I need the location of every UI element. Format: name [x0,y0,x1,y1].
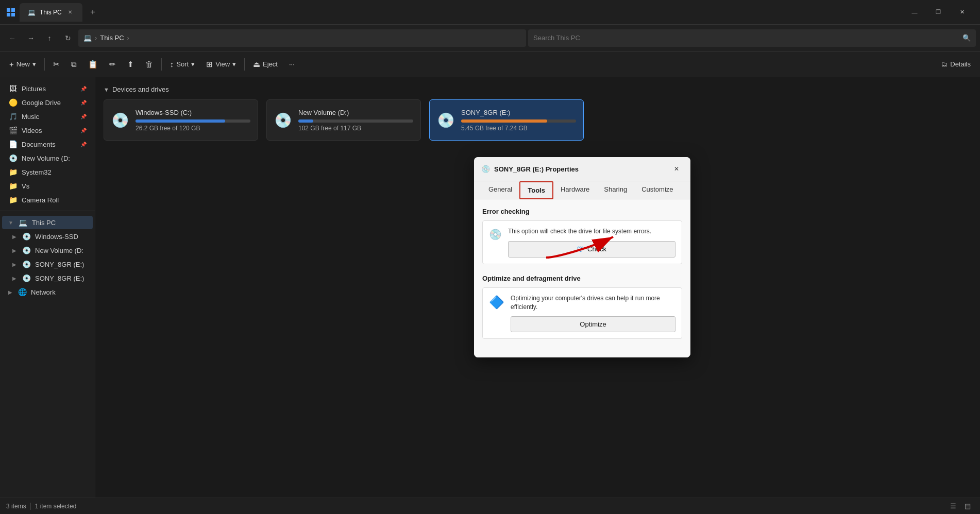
refresh-button[interactable]: ↻ [60,30,76,46]
sidebar-item-camera-roll[interactable]: 📁 Camera Roll [2,193,93,207]
tab-this-pc[interactable]: 💻 This PC ✕ [20,3,82,22]
search-icon: 🔍 [962,34,971,42]
view-icon: ⊞ [206,60,213,69]
main-layout: 🖼 Pictures 📌 🟡 Google Drive 📌 🎵 Music 📌 … [0,77,980,498]
minimize-button[interactable]: — [903,4,926,21]
sidebar-item-pictures-label: Pictures [22,85,46,93]
drive-icon-e: 💿 [437,112,455,129]
new-button[interactable]: + New ▾ [4,55,41,74]
up-button[interactable]: ↑ [41,30,58,46]
sort-button[interactable]: ↕ Sort ▾ [165,55,200,74]
sidebar-item-sony-8gr-e2[interactable]: ▶ 💿 SONY_8GR (E:) [2,271,93,285]
new-tab-button[interactable]: ＋ [85,4,101,21]
tab-label: This PC [40,9,62,16]
paste-icon: 📋 [88,60,98,69]
windows-ssd-icon: 💿 [22,232,31,241]
sidebar-item-music[interactable]: 🎵 Music 📌 [2,110,93,123]
this-pc-icon: 💻 [19,218,28,227]
devices-section-header: ▼ Devices and drives [104,85,972,93]
view-chevron: ▾ [232,60,236,68]
svg-rect-2 [7,13,10,16]
drive-info-e: SONY_8GR (E:) 5.45 GB free of 7.24 GB [461,109,576,132]
sidebar-item-documents[interactable]: 📄 Documents 📌 [2,138,93,151]
sidebar-item-this-pc[interactable]: ▼ 💻 This PC [2,216,93,229]
breadcrumb[interactable]: 💻 › This PC › [78,29,526,47]
drive-card-c[interactable]: 💿 Windows-SSD (C:) 26.2 GB free of 120 G… [104,99,258,141]
search-input[interactable] [533,34,959,42]
windows-ssd-expand-icon: ▶ [12,234,16,239]
sidebar-item-new-volume-label: New Volume (D: [22,155,70,162]
search-box[interactable]: 🔍 [528,29,976,47]
share-button[interactable]: ⬆ [122,55,139,74]
svg-rect-0 [7,8,10,12]
status-bar: 3 items 1 item selected ☰ ▤ [0,498,980,514]
app-icon [6,8,15,17]
sony-8gr-e1-icon: 💿 [22,260,31,268]
eject-button[interactable]: ⏏ Eject [248,55,283,74]
details-label: Details [950,60,971,68]
sort-icon: ↕ [170,60,174,68]
tab-strip: 💻 This PC ✕ ＋ [20,3,101,22]
breadcrumb-pc-label: This PC [100,34,124,42]
delete-button[interactable]: 🗑 [140,55,158,74]
sidebar-item-camera-roll-label: Camera Roll [22,196,59,204]
sidebar-item-google-drive[interactable]: 🟡 Google Drive 📌 [2,96,93,109]
drive-bar-fill-c [136,119,225,123]
status-count: 3 items [6,503,26,510]
new-volume-d-icon: 💿 [22,246,31,254]
details-button[interactable]: 🗂 Details [936,58,976,71]
title-bar: 💻 This PC ✕ ＋ — ❐ ✕ [0,0,980,25]
cut-button[interactable]: ✂ [48,55,65,74]
content-area: ▼ Devices and drives 💿 Windows-SSD (C:) … [95,77,980,498]
toolbar: + New ▾ ✂ ⧉ 📋 ✏ ⬆ 🗑 ↕ Sort ▾ ⊞ View ▾ ⏏ … [0,52,980,77]
sony-8gr-e2-icon: 💿 [22,274,31,282]
paste-button[interactable]: 📋 [83,55,103,74]
sidebar-item-new-volume-d-label: New Volume (D: [35,247,83,254]
network-icon: 🌐 [18,288,27,296]
view-button[interactable]: ⊞ View ▾ [201,55,241,74]
breadcrumb-sep1: › [95,34,97,42]
devices-collapse-icon[interactable]: ▼ [104,87,109,93]
music-pin: 📌 [80,114,87,119]
google-drive-icon: 🟡 [8,98,18,107]
tab-close-button[interactable]: ✕ [66,8,74,16]
sidebar-item-documents-label: Documents [22,141,56,148]
delete-icon: 🗑 [145,60,153,68]
sidebar-item-pictures[interactable]: 🖼 Pictures 📌 [2,82,93,95]
drive-name-d: New Volume (D:) [298,109,413,116]
share-icon: ⬆ [127,60,134,69]
drive-card-d[interactable]: 💿 New Volume (D:) 102 GB free of 117 GB [266,99,421,141]
sidebar-item-videos[interactable]: 🎬 Videos 📌 [2,124,93,137]
breadcrumb-pc-icon: 💻 [83,34,92,42]
sidebar-item-vs[interactable]: 📁 Vs [2,179,93,193]
sidebar-item-windows-ssd[interactable]: ▶ 💿 Windows-SSD [2,230,93,243]
details-view-button[interactable]: ▤ [961,500,974,512]
close-button[interactable]: ✕ [950,4,974,21]
svg-rect-3 [11,13,15,16]
sidebar-item-music-label: Music [22,113,39,121]
more-button[interactable]: ··· [284,55,300,74]
details-icon: 🗂 [941,60,948,68]
documents-icon: 📄 [8,140,18,148]
rename-button[interactable]: ✏ [104,55,121,74]
copy-button[interactable]: ⧉ [66,55,82,74]
drive-card-e[interactable]: 💿 SONY_8GR (E:) 5.45 GB free of 7.24 GB [429,99,584,141]
sidebar-item-network-label: Network [31,288,56,296]
new-label: New [16,60,30,68]
sidebar-item-new-volume[interactable]: 💿 New Volume (D: [2,151,93,165]
sidebar-item-sony-8gr-e1[interactable]: ▶ 💿 SONY_8GR (E:) [2,258,93,271]
sidebar-item-google-drive-label: Google Drive [22,99,61,107]
sidebar-item-new-volume-d[interactable]: ▶ 💿 New Volume (D: [2,244,93,257]
network-expand-icon: ▶ [8,289,12,295]
drive-bar-bg-c [136,119,250,123]
forward-button[interactable]: → [23,30,39,46]
drive-icon-c: 💿 [111,112,129,129]
drive-size-e: 5.45 GB free of 7.24 GB [461,125,576,132]
drive-name-e: SONY_8GR (E:) [461,109,576,116]
sidebar-item-network[interactable]: ▶ 🌐 Network [2,285,93,299]
sidebar-item-system32[interactable]: 📁 System32 [2,165,93,179]
drive-info-d: New Volume (D:) 102 GB free of 117 GB [298,109,413,132]
maximize-button[interactable]: ❐ [926,4,950,21]
list-view-button[interactable]: ☰ [947,500,959,512]
back-button[interactable]: ← [4,30,21,46]
